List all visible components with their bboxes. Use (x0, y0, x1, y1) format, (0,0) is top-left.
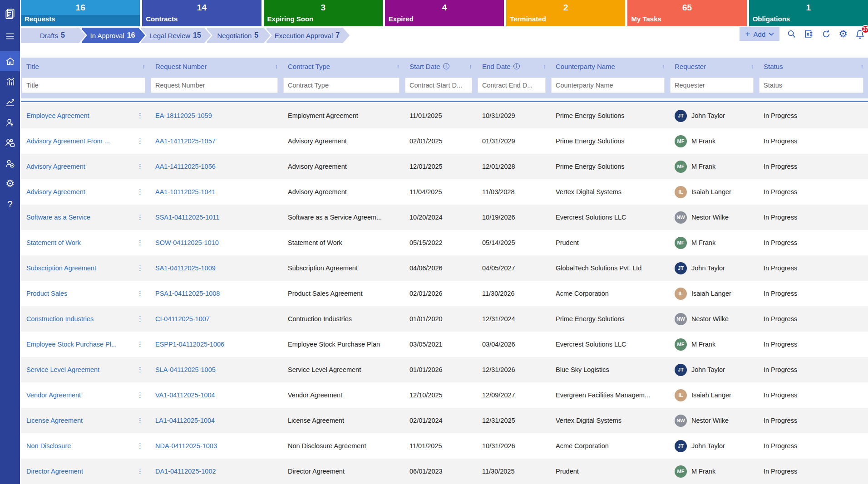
row-actions-icon[interactable]: ⋮ (135, 416, 145, 425)
row-title-link[interactable]: Software as a Service (26, 214, 90, 221)
stage-execution-approval[interactable]: Execution Approval7 (265, 28, 350, 43)
row-request-number-link[interactable]: AA1-14112025-1056 (155, 163, 216, 170)
filter-input-title[interactable] (22, 78, 145, 93)
user-actions-icon[interactable] (0, 112, 20, 132)
sort-arrow-icon[interactable]: ↑ (861, 63, 864, 70)
row-title-link[interactable]: Employee Stock Purchase Pl... (26, 341, 117, 348)
avatar: IL (675, 288, 687, 300)
row-actions-icon[interactable]: ⋮ (135, 289, 145, 298)
row-request-number-link[interactable]: ESPP1-04112025-1006 (155, 341, 224, 348)
filter-input-end-date[interactable] (478, 78, 546, 93)
stage-drafts[interactable]: Drafts5 (21, 28, 86, 43)
info-icon[interactable]: i (513, 63, 520, 69)
menu-icon[interactable] (0, 26, 20, 46)
column-header-status[interactable]: Status↑ (758, 58, 868, 75)
row-request-number-link[interactable]: SSA1-04112025-1011 (155, 214, 219, 221)
sort-arrow-icon[interactable]: ↑ (662, 63, 665, 70)
row-request-number-link[interactable]: SA1-04112025-1009 (155, 264, 216, 272)
bar-chart-icon[interactable] (0, 72, 20, 92)
help-icon[interactable]: ? (0, 194, 20, 214)
sort-arrow-icon[interactable]: ↑ (397, 63, 400, 70)
sort-arrow-icon[interactable]: ↑ (275, 63, 278, 70)
column-header-counterparty-name[interactable]: Counterparty Name↑ (550, 58, 669, 75)
filter-input-contract-type[interactable] (283, 78, 399, 93)
row-title-link[interactable]: Non Disclosure (26, 442, 71, 450)
filter-input-request-number[interactable] (151, 78, 278, 93)
row-request-number-link[interactable]: LA1-04112025-1004 (155, 417, 215, 424)
info-icon[interactable]: i (443, 63, 449, 69)
filter-input-requester[interactable] (670, 78, 754, 93)
filter-input-counterparty-name[interactable] (551, 78, 665, 93)
row-actions-icon[interactable]: ⋮ (135, 264, 145, 272)
row-end-date: 10/19/2026 (477, 214, 550, 221)
row-title-link[interactable]: Construction Industries (26, 315, 94, 323)
row-request-number-link[interactable]: AA1-14112025-1057 (155, 137, 216, 145)
row-title-link[interactable]: Product Sales (26, 290, 67, 297)
row-title-link[interactable]: Subscription Agreement (26, 264, 96, 272)
sort-arrow-icon[interactable]: ↑ (469, 63, 473, 70)
column-header-title[interactable]: Title↑ (21, 58, 150, 75)
row-request-number-link[interactable]: AA1-10112025-1041 (155, 188, 216, 196)
row-actions-icon[interactable]: ⋮ (135, 340, 145, 348)
row-actions-icon[interactable]: ⋮ (135, 239, 145, 247)
column-header-requester[interactable]: Requester↑ (669, 58, 758, 75)
notifications-icon[interactable]: 37 (855, 29, 865, 39)
row-actions-icon[interactable]: ⋮ (135, 162, 145, 171)
add-button[interactable]: + Add (740, 27, 779, 41)
team-sync-icon[interactable] (0, 153, 20, 173)
row-actions-icon[interactable]: ⋮ (135, 137, 145, 145)
row-title-link[interactable]: Employee Agreement (26, 112, 89, 119)
row-actions-icon[interactable]: ⋮ (135, 188, 145, 196)
sort-arrow-icon[interactable]: ↑ (143, 63, 146, 70)
kpi-card-terminated[interactable]: 2Terminated (506, 0, 625, 26)
row-title-link[interactable]: Advisory Agreement From ... (26, 137, 110, 145)
stage-negotiation[interactable]: Negotiation5 (206, 28, 271, 43)
row-request-number-link[interactable]: PSA1-04112025-1008 (155, 290, 220, 297)
excel-export-icon[interactable] (804, 29, 814, 39)
column-header-contract-type[interactable]: Contract Type↑ (282, 58, 404, 75)
kpi-card-requests[interactable]: 16Requests (21, 0, 140, 26)
row-request-number-link[interactable]: NDA-04112025-1003 (155, 442, 217, 450)
stage-in-approval[interactable]: In Approval16 (80, 28, 145, 43)
row-request-number-link[interactable]: SLA-04112025-1005 (155, 366, 216, 373)
kpi-card-my-tasks[interactable]: 65My Tasks (627, 0, 746, 26)
home-icon[interactable] (0, 51, 20, 71)
row-actions-icon[interactable]: ⋮ (135, 467, 145, 475)
filter-input-status[interactable] (759, 78, 863, 93)
row-actions-icon[interactable]: ⋮ (135, 315, 145, 323)
row-request-number-link[interactable]: VA1-04112025-1004 (155, 391, 215, 399)
kpi-card-expired[interactable]: 4Expired (385, 0, 504, 26)
row-title-link[interactable]: Service Level Agreement (26, 366, 99, 373)
kpi-card-contracts[interactable]: 14Contracts (142, 0, 261, 26)
row-request-number-link[interactable]: CI-04112025-1007 (155, 315, 210, 323)
row-actions-icon[interactable]: ⋮ (135, 391, 145, 399)
line-chart-icon[interactable] (0, 92, 20, 112)
team-briefcase-icon[interactable] (0, 133, 20, 153)
row-title-link[interactable]: Vendor Agreement (26, 391, 81, 399)
sort-arrow-icon[interactable]: ↑ (543, 63, 546, 70)
filter-input-start-date[interactable] (405, 78, 472, 93)
row-request-number-link[interactable]: DA1-04112025-1002 (155, 468, 216, 475)
row-actions-icon[interactable]: ⋮ (135, 366, 145, 374)
sort-arrow-icon[interactable]: ↑ (751, 63, 754, 70)
row-request-number-link[interactable]: EA-18112025-1059 (155, 112, 212, 119)
row-title-link[interactable]: License Agreement (26, 417, 83, 424)
kpi-card-expiring-soon[interactable]: 3Expiring Soon (264, 0, 383, 26)
row-title-link[interactable]: Statement of Work (26, 239, 81, 246)
row-actions-icon[interactable]: ⋮ (135, 112, 145, 120)
settings-icon[interactable]: ⚙ (0, 174, 20, 194)
kpi-card-obligations[interactable]: 1Obligations (749, 0, 868, 26)
settings-icon[interactable]: ⚙ (838, 28, 848, 40)
row-request-number-link[interactable]: SOW-04112025-1010 (155, 239, 219, 246)
search-icon[interactable] (787, 29, 797, 39)
stage-legal-review[interactable]: Legal Review15 (140, 28, 211, 43)
row-actions-icon[interactable]: ⋮ (135, 442, 145, 450)
column-header-start-date[interactable]: Start Datei↑ (404, 58, 477, 75)
row-actions-icon[interactable]: ⋮ (135, 213, 145, 221)
row-title-link[interactable]: Advisory Agreement (26, 188, 85, 196)
column-header-request-number[interactable]: Request Number↑ (150, 58, 282, 75)
column-header-end-date[interactable]: End Datei↑ (477, 58, 550, 75)
row-title-link[interactable]: Advisory Agreement (26, 163, 85, 170)
refresh-icon[interactable] (821, 29, 831, 39)
row-title-link[interactable]: Director Agreement (26, 468, 83, 475)
